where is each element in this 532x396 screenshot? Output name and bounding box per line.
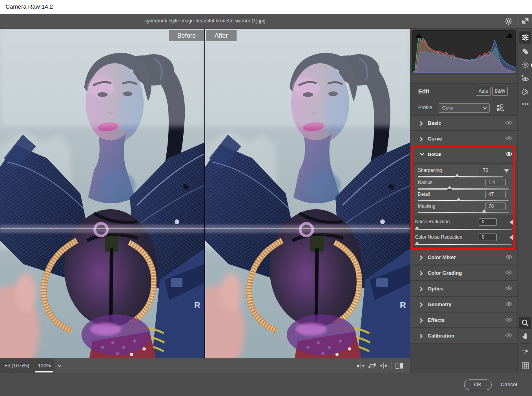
profile-label: Profile <box>418 105 432 110</box>
presets-tool-icon[interactable] <box>519 85 531 97</box>
radius-value-input[interactable]: 1.4 <box>485 179 506 186</box>
profile-dropdown[interactable]: Color <box>439 103 490 113</box>
auto-button[interactable]: Auto <box>476 87 491 96</box>
ok-button[interactable]: OK <box>464 380 492 390</box>
edit-panel: Edit Auto B&W Profile Color Basic Curve … <box>410 29 517 373</box>
profile-row: Profile Color <box>410 100 518 116</box>
fullscreen-toggle-icon[interactable] <box>522 17 529 24</box>
before-image[interactable]: Before <box>0 29 204 358</box>
chevron-right-icon <box>419 271 423 276</box>
zoom-fit-tab[interactable]: Fit (10.5%) <box>0 358 34 373</box>
zoom-100-tab[interactable]: 100% <box>34 358 55 373</box>
section-optics[interactable]: Optics <box>410 281 518 297</box>
eye-icon[interactable] <box>505 254 512 259</box>
color-noise-reduction-slider-track[interactable] <box>415 244 512 245</box>
collapse-triangle-icon[interactable] <box>504 169 509 173</box>
white-balance-eyedropper-icon[interactable] <box>519 346 531 358</box>
red-eye-tool-icon[interactable] <box>519 72 531 84</box>
cancel-button[interactable]: Cancel <box>501 381 517 387</box>
chevron-right-icon <box>419 334 423 339</box>
profile-browser-icon[interactable] <box>497 104 504 111</box>
slider-label: Detail <box>418 192 430 197</box>
section-color-mixer[interactable]: Color Mixer <box>410 250 518 265</box>
zoom-fit-label: Fit (10.5%) <box>4 363 29 369</box>
swap-before-after-icon[interactable] <box>367 361 377 370</box>
section-effects[interactable]: Effects <box>410 313 518 328</box>
slider-thumb[interactable] <box>455 173 459 177</box>
grid-overlay-icon[interactable] <box>519 360 531 372</box>
hand-tool-icon[interactable] <box>519 330 531 342</box>
expand-triangle-icon[interactable] <box>509 219 513 225</box>
histogram[interactable] <box>412 30 516 73</box>
edit-tool-icon[interactable] <box>519 31 531 44</box>
masking-tool-icon[interactable] <box>519 58 531 71</box>
edit-header-row: Edit Auto B&W <box>410 84 518 100</box>
noise-reduction-slider-track[interactable] <box>415 229 512 230</box>
section-label: Color Grading <box>428 270 462 276</box>
section-geometry[interactable]: Geometry <box>410 297 518 312</box>
zoom-level-label: 100% <box>38 363 51 369</box>
section-label: Geometry <box>428 301 452 307</box>
slider-thumb[interactable] <box>482 209 486 213</box>
before-after-view-toggle-icon[interactable] <box>394 361 404 370</box>
detail-slider-track[interactable] <box>418 200 509 201</box>
after-label: After <box>206 30 237 41</box>
copy-settings-icon[interactable] <box>379 361 389 370</box>
eye-icon[interactable] <box>505 120 512 125</box>
window-titlebar: Camera Raw 14.2 <box>0 0 532 14</box>
eye-icon[interactable] <box>505 286 512 291</box>
section-calibration[interactable]: Calibration <box>410 328 518 344</box>
slider-thumb[interactable] <box>415 241 419 245</box>
more-options-icon[interactable] <box>519 98 531 110</box>
shadow-clipping-indicator[interactable] <box>414 32 423 38</box>
zoom-tool-icon[interactable] <box>519 317 531 329</box>
color-noise-reduction-value-input[interactable]: 0 <box>479 234 497 241</box>
noise-reduction-value-input[interactable]: 0 <box>479 218 497 226</box>
section-label: Detail <box>428 151 441 157</box>
slider-label: Sharpening <box>418 168 442 173</box>
slider-thumb[interactable] <box>456 197 461 201</box>
section-detail-header[interactable]: Detail <box>410 147 518 162</box>
settings-gear-icon[interactable] <box>505 17 512 25</box>
eye-icon[interactable] <box>505 317 512 322</box>
section-label: Calibration <box>428 333 454 339</box>
section-color-grading[interactable]: Color Grading <box>410 266 518 281</box>
eye-icon[interactable] <box>505 333 512 338</box>
histogram-info-strip <box>410 75 518 84</box>
before-after-left-right-icon[interactable] <box>356 361 366 370</box>
dialog-action-bar: OK Cancel <box>0 373 532 396</box>
section-basic[interactable]: Basic <box>410 116 518 131</box>
section-label: Effects <box>428 317 445 323</box>
slider-detail: Detail 47 <box>418 191 509 203</box>
eye-icon[interactable] <box>505 136 512 141</box>
image-preview-area[interactable]: Before After <box>0 29 410 358</box>
slider-radius: Radius 1.4 <box>418 179 509 192</box>
masking-value-input[interactable]: 78 <box>485 203 506 210</box>
document-header: cyberpunk-style-image-beautiful-brunette… <box>0 14 532 29</box>
zoom-options-chevron-icon[interactable] <box>55 358 64 373</box>
eye-icon[interactable] <box>505 270 512 275</box>
eye-icon[interactable] <box>505 301 512 307</box>
masking-slider-track[interactable] <box>418 212 509 213</box>
chevron-down-icon <box>419 152 425 156</box>
footer-divider <box>391 361 392 370</box>
slider-thumb[interactable] <box>415 226 419 230</box>
chevron-right-icon <box>419 121 423 126</box>
section-label: Basic <box>428 120 441 126</box>
radius-slider-track[interactable] <box>418 188 509 190</box>
section-curve[interactable]: Curve <box>410 131 518 147</box>
section-label: Curve <box>428 136 442 142</box>
slider-thumb[interactable] <box>447 186 452 189</box>
active-tab-underline <box>35 371 53 372</box>
section-label: Optics <box>428 286 443 292</box>
detail-value-input[interactable]: 47 <box>485 191 506 198</box>
expand-triangle-icon[interactable] <box>509 235 513 240</box>
highlight-clipping-indicator[interactable] <box>505 32 514 38</box>
healing-brush-tool-icon[interactable] <box>519 45 531 57</box>
sharpening-slider-track[interactable] <box>418 176 503 177</box>
bw-button[interactable]: B&W <box>492 87 508 96</box>
after-image[interactable]: After <box>205 29 410 358</box>
sharpening-value-input[interactable]: 72 <box>480 167 500 174</box>
eye-icon[interactable] <box>505 151 512 157</box>
detail-panel-body: Sharpening 72 Radius 1.4 Detail 47 <box>410 162 518 249</box>
